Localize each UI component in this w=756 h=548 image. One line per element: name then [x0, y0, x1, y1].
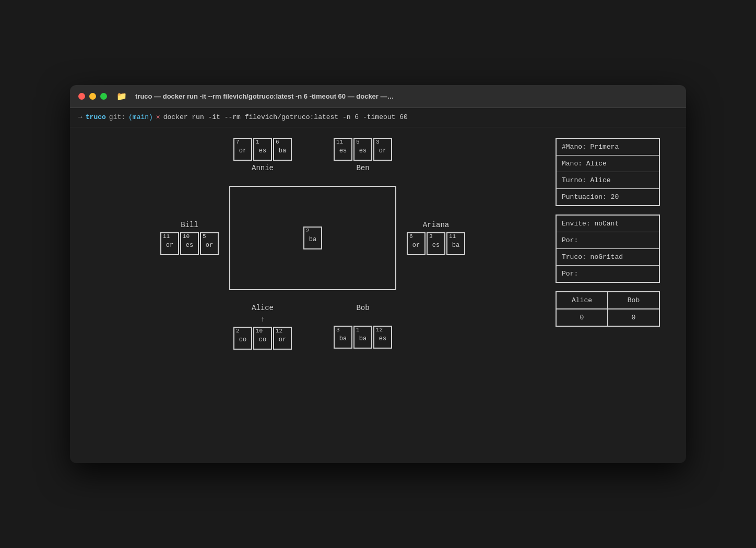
bill-card-1: 11 or	[160, 232, 179, 255]
close-button[interactable]	[78, 93, 85, 100]
ariana-card-1: 6 or	[407, 232, 426, 255]
card-number: 2	[236, 328, 240, 334]
card-suit: es	[376, 335, 389, 342]
alice-turn-arrow: ↑	[261, 315, 265, 324]
card-suit: co	[256, 336, 269, 343]
truco-por-label: Por:	[562, 270, 578, 278]
alice-score-value: 0	[557, 309, 608, 326]
ben-cards: 11 es 5 es 3 or	[334, 138, 392, 161]
bob-section: Bob 3 ba 1 ba	[334, 304, 392, 350]
bill-card-3: 5 or	[200, 232, 219, 255]
bob-card-1: 3 ba	[334, 326, 352, 349]
titlebar: 📁 truco — docker run -it --rm filevich/g…	[70, 85, 686, 108]
card-number: 11	[163, 234, 170, 240]
bob-card-3: 12 es	[373, 326, 392, 349]
truco-por-row: Por:	[557, 266, 659, 282]
bob-score-header: Bob	[608, 292, 659, 309]
card-suit: ba	[337, 335, 349, 342]
card-number: 12	[376, 327, 383, 333]
puntuacion-row: Puntuacion: 20	[557, 189, 659, 205]
card-number: 5	[203, 234, 206, 240]
ben-name: Ben	[356, 164, 369, 172]
window-title: truco — docker run -it --rm filevich/got…	[135, 92, 394, 100]
envite-row: Envite: noCant	[557, 216, 659, 232]
terminal-body: → truco git: (main) ✕ docker run -it --r…	[70, 108, 686, 463]
envite-por-label: Por:	[562, 236, 578, 244]
envite-por-row: Por:	[557, 232, 659, 249]
bob-card-2: 1 ba	[353, 326, 372, 349]
ariana-cards: 6 or 3 es 11 ba	[407, 232, 465, 255]
card-suit: ba	[357, 335, 369, 342]
ariana-card-2: 3 es	[427, 232, 445, 255]
annie-card-1: 7 or	[233, 138, 252, 161]
prompt-arrow-icon: →	[78, 112, 82, 123]
card-suit: es	[183, 242, 196, 249]
maximize-button[interactable]	[100, 93, 107, 100]
bill-section: Bill 11 or 10 es	[160, 221, 219, 255]
prompt-directory: truco	[86, 112, 106, 123]
minimize-button[interactable]	[89, 93, 96, 100]
envite-label: Envite: noCant	[562, 220, 619, 228]
ben-section: 11 es 5 es 3 or	[334, 138, 392, 172]
card-number: 10	[256, 328, 263, 334]
turno-row: Turno: Alice	[557, 172, 659, 189]
annie-card-3: 6 ba	[273, 138, 292, 161]
mano-label: #Mano: Primera	[562, 143, 619, 151]
card-suit: ba	[450, 242, 462, 249]
card-suit: or	[376, 147, 389, 154]
game-state-panel: Envite: noCant Por: Truco: noGritad Por:	[556, 215, 660, 283]
card-suit: or	[203, 242, 216, 249]
card-number: 11	[336, 139, 343, 145]
card-suit: or	[410, 242, 422, 249]
middle-row: Bill 11 or 10 es	[91, 186, 535, 290]
alice-cards: 2 co 10 co 12 or	[233, 327, 292, 350]
card-number: 3	[376, 139, 380, 145]
card-number: 6	[409, 234, 413, 240]
card-number: 6	[276, 139, 279, 145]
turno-value: Turno: Alice	[562, 176, 611, 184]
score-header: Alice Bob	[557, 292, 659, 309]
alice-card-2: 10 co	[253, 327, 272, 350]
ben-card-2: 5 es	[353, 138, 372, 161]
alice-score-header: Alice	[557, 292, 608, 309]
score-panel: Alice Bob 0 0	[556, 291, 660, 327]
card-suit: ba	[276, 147, 289, 154]
game-info-panel: #Mano: Primera Mano: Alice Turno: Alice …	[556, 138, 660, 206]
bob-cards: 3 ba 1 ba 12 es	[334, 326, 392, 349]
alice-card-1: 2 co	[233, 327, 252, 350]
annie-card-2: 1 es	[253, 138, 272, 161]
prompt-git-label: git:	[109, 112, 125, 123]
card-number: 1	[256, 139, 259, 145]
bill-cards: 11 or 10 es 5 or	[160, 232, 219, 255]
puntuacion-value: Puntuacion: 20	[562, 193, 619, 201]
card-number: 2	[306, 228, 310, 234]
terminal-window: 📁 truco — docker run -it --rm filevich/g…	[70, 85, 686, 463]
table-card: 2 ba	[303, 227, 322, 249]
bill-card-2: 10 es	[180, 232, 199, 255]
card-suit: co	[237, 336, 249, 343]
alice-card-3: 12 or	[273, 327, 292, 350]
folder-icon: 📁	[116, 91, 127, 102]
info-panels: #Mano: Primera Mano: Alice Turno: Alice …	[556, 138, 665, 327]
truco-label: Truco: noGritad	[562, 253, 623, 261]
ben-card-1: 11 es	[334, 138, 352, 161]
bob-name: Bob	[356, 304, 369, 312]
ben-card-3: 3 or	[373, 138, 392, 161]
card-suit: or	[163, 242, 176, 249]
card-number: 7	[236, 139, 240, 145]
card-suit: es	[357, 147, 369, 154]
prompt-command: docker run -it --rm filevich/gotruco:lat…	[163, 112, 408, 123]
card-number: 12	[276, 328, 282, 334]
card-number: 11	[449, 234, 456, 240]
card-number: 5	[356, 139, 360, 145]
ariana-card-3: 11 ba	[446, 232, 465, 255]
card-number: 3	[429, 234, 433, 240]
mano-value-row: Mano: Alice	[557, 156, 659, 172]
table-area: 2 ba	[229, 186, 396, 290]
bob-score-value: 0	[608, 309, 659, 326]
card-suit: es	[430, 242, 442, 249]
prompt-line: → truco git: (main) ✕ docker run -it --r…	[70, 108, 686, 127]
card-suit: or	[237, 147, 249, 154]
prompt-git-branch: (main)	[128, 112, 153, 123]
mano-label-row: #Mano: Primera	[557, 139, 659, 156]
